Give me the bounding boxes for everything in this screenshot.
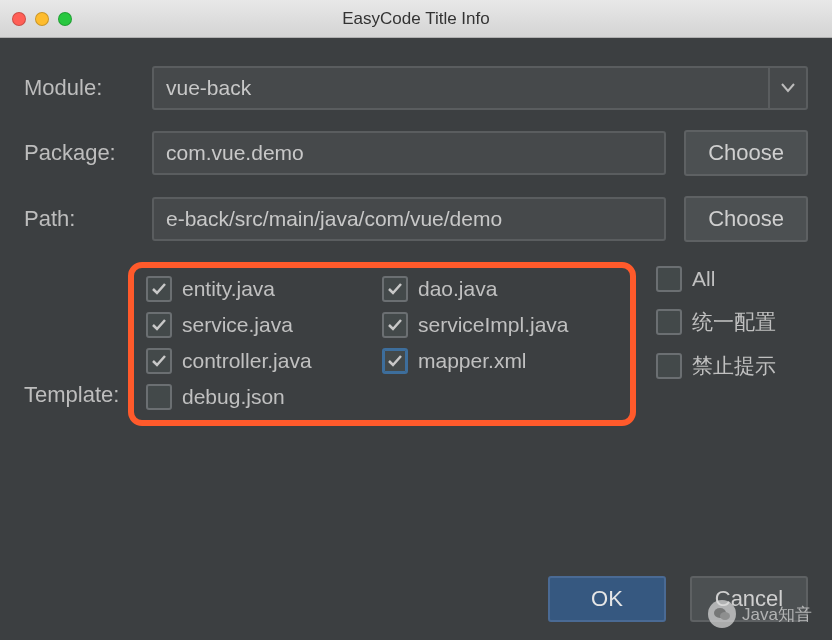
checkbox-icon: [146, 312, 172, 338]
option-label: All: [692, 267, 715, 291]
choose-package-button[interactable]: Choose: [684, 130, 808, 176]
option-禁止提示[interactable]: 禁止提示: [656, 352, 776, 380]
option-label: 禁止提示: [692, 352, 776, 380]
checkbox-icon: [146, 384, 172, 410]
module-select-value: vue-back: [166, 76, 251, 100]
checkbox-icon: [146, 276, 172, 302]
checkbox-icon: [382, 348, 408, 374]
titlebar: EasyCode Title Info: [0, 0, 832, 38]
option-label: 统一配置: [692, 308, 776, 336]
watermark-text: Java知音: [742, 603, 812, 626]
template-option-label: controller.java: [182, 349, 312, 373]
template-option-label: mapper.xml: [418, 349, 527, 373]
package-input[interactable]: [152, 131, 666, 175]
window-title: EasyCode Title Info: [12, 9, 820, 29]
traffic-lights: [12, 12, 72, 26]
checkbox-icon: [146, 348, 172, 374]
ok-button[interactable]: OK: [548, 576, 666, 622]
option-All[interactable]: All: [656, 266, 776, 292]
checkbox-icon: [382, 312, 408, 338]
choose-path-button[interactable]: Choose: [684, 196, 808, 242]
side-options: All统一配置禁止提示: [656, 266, 776, 380]
template-option-label: service.java: [182, 313, 293, 337]
minimize-icon[interactable]: [35, 12, 49, 26]
template-option-entity-java[interactable]: entity.java: [146, 276, 376, 302]
module-label: Module:: [24, 75, 134, 101]
wechat-icon: [708, 600, 736, 628]
template-option-debug-json[interactable]: debug.json: [146, 384, 376, 410]
template-option-label: serviceImpl.java: [418, 313, 569, 337]
path-label: Path:: [24, 206, 134, 232]
template-label: Template:: [24, 382, 134, 408]
package-label: Package:: [24, 140, 134, 166]
template-option-mapper-xml[interactable]: mapper.xml: [382, 348, 612, 374]
checkbox-icon: [382, 276, 408, 302]
close-icon[interactable]: [12, 12, 26, 26]
checkbox-icon: [656, 309, 682, 335]
template-highlight-box: entity.javadao.javaservice.javaserviceIm…: [128, 262, 636, 426]
template-option-label: dao.java: [418, 277, 497, 301]
template-option-label: entity.java: [182, 277, 275, 301]
template-option-service-java[interactable]: service.java: [146, 312, 376, 338]
template-option-label: debug.json: [182, 385, 285, 409]
template-option-controller-java[interactable]: controller.java: [146, 348, 376, 374]
path-input[interactable]: [152, 197, 666, 241]
option-统一配置[interactable]: 统一配置: [656, 308, 776, 336]
zoom-icon[interactable]: [58, 12, 72, 26]
checkbox-icon: [656, 266, 682, 292]
chevron-down-icon: [768, 68, 806, 108]
template-option-dao-java[interactable]: dao.java: [382, 276, 612, 302]
svg-point-1: [720, 612, 730, 620]
template-option-serviceImpl-java[interactable]: serviceImpl.java: [382, 312, 612, 338]
watermark: Java知音: [708, 600, 812, 628]
module-select[interactable]: vue-back: [152, 66, 808, 110]
checkbox-icon: [656, 353, 682, 379]
